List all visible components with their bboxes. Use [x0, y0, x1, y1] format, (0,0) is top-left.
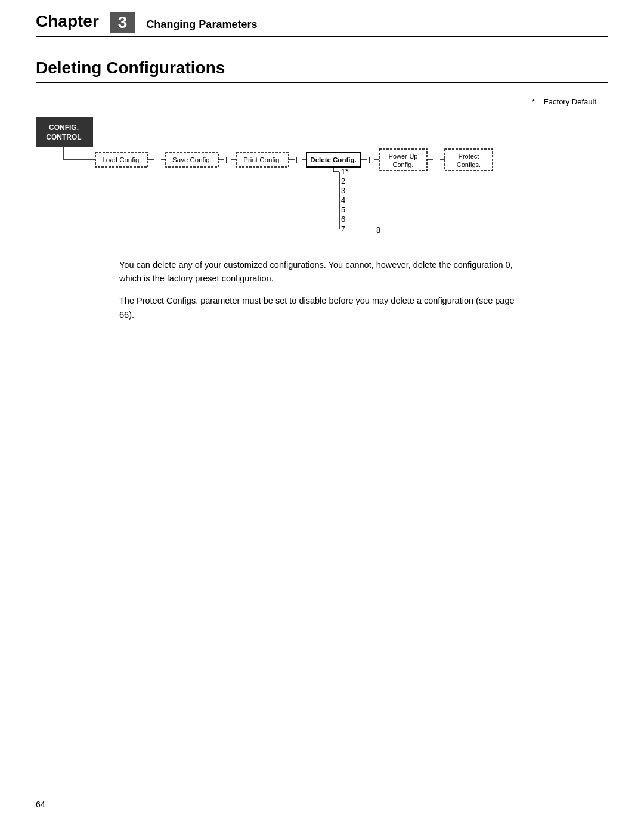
svg-text:⊢: ⊢	[225, 156, 232, 165]
page-title-area: Deleting Configurations	[36, 58, 608, 83]
body-text: You can delete any of your customized co…	[119, 258, 525, 322]
submenu-item-2: 2	[341, 176, 345, 185]
svg-rect-0	[36, 118, 92, 147]
menu-item-powerup: Power-Up	[389, 153, 418, 160]
svg-text:⊢: ⊢	[434, 156, 441, 165]
page-header: Chapter 3 Changing Parameters	[36, 12, 608, 37]
config-control-line2: CONTROL	[46, 133, 81, 141]
menu-item-delete: Delete Config.	[310, 156, 356, 163]
svg-text:⊢: ⊢	[296, 156, 302, 165]
submenu-item-7: 7	[341, 224, 345, 231]
menu-item-save: Save Config.	[172, 156, 212, 163]
menu-item-print: Print Config.	[243, 156, 281, 163]
submenu-item-4: 4	[341, 196, 345, 205]
submenu-item-1: 1*	[341, 167, 348, 176]
config-control-line1: CONFIG.	[49, 123, 79, 132]
submenu-item-5: 5	[341, 205, 345, 214]
chapter-number: 3	[110, 12, 136, 33]
menu-item-load: Load Config.	[102, 156, 141, 163]
page-title: Deleting Configurations	[36, 58, 225, 77]
factory-note: * = Factory Default	[0, 97, 596, 106]
svg-text:⊢: ⊢	[369, 156, 375, 165]
svg-text:Configs.: Configs.	[457, 161, 481, 168]
page-number: 64	[36, 800, 45, 809]
chapter-subtitle: Changing Parameters	[146, 12, 257, 33]
svg-text:⊢: ⊢	[155, 156, 162, 165]
chapter-label: Chapter	[36, 12, 99, 33]
body-paragraph-2: The Protect Configs. parameter must be s…	[119, 294, 525, 321]
submenu-item-3: 3	[341, 186, 345, 195]
svg-text:Config.: Config.	[393, 161, 414, 168]
submenu-item-6: 6	[341, 215, 345, 224]
menu-item-protect: Protect	[459, 153, 479, 160]
diagram-svg: CONFIG. CONTROL Load Config. ⊢ Save Conf…	[36, 112, 572, 231]
menu-diagram: CONFIG. CONTROL Load Config. ⊢ Save Conf…	[36, 112, 608, 234]
body-paragraph-1: You can delete any of your customized co…	[119, 258, 525, 286]
